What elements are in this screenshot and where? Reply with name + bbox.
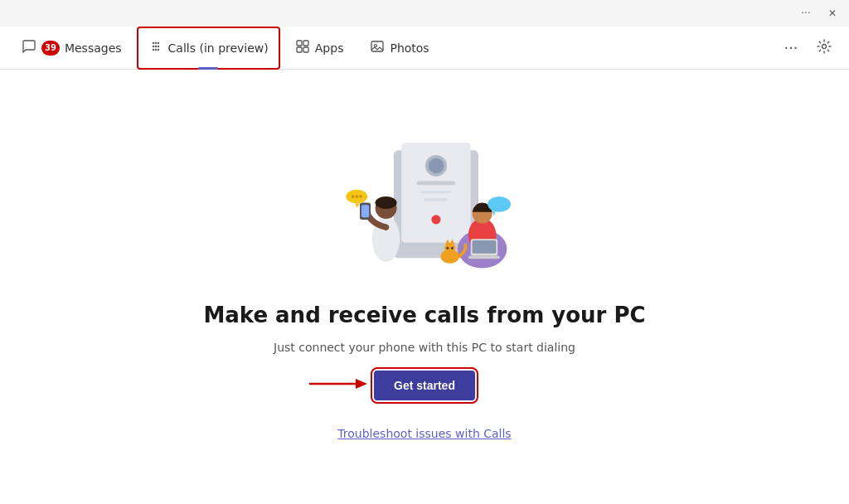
arrow-indicator (308, 374, 367, 397)
close-btn[interactable]: ✕ (822, 3, 842, 23)
messages-icon (22, 39, 36, 57)
svg-point-7 (154, 48, 156, 50)
svg-rect-9 (297, 41, 302, 46)
close-icon: ✕ (828, 7, 837, 19)
get-started-button[interactable]: Get started (374, 371, 475, 400)
nav-more-btn[interactable]: ··· (776, 33, 806, 63)
messages-badge: 39 (41, 41, 60, 56)
tab-calls[interactable]: Calls (in preview) (137, 27, 280, 70)
svg-point-2 (157, 41, 158, 43)
messages-label: Messages (65, 41, 122, 55)
tab-messages[interactable]: 39 Messages (10, 27, 133, 70)
svg-point-23 (431, 215, 440, 224)
calls-illustration (317, 133, 532, 283)
calls-label: Calls (in preview) (168, 41, 269, 55)
more-options-icon: ··· (801, 7, 810, 19)
cta-area: Get started (374, 371, 475, 400)
svg-rect-38 (473, 240, 497, 254)
svg-point-40 (488, 196, 511, 212)
apps-icon (295, 39, 310, 57)
troubleshoot-link[interactable]: Troubleshoot issues with Calls (337, 427, 511, 440)
tab-apps[interactable]: Apps (284, 27, 356, 70)
svg-point-32 (359, 195, 362, 198)
more-options-btn[interactable]: ··· (796, 3, 816, 23)
main-subtext: Just connect your phone with this PC to … (274, 341, 575, 354)
svg-point-0 (152, 41, 153, 43)
svg-point-4 (154, 45, 156, 46)
svg-point-3 (152, 45, 153, 46)
svg-point-14 (375, 44, 377, 46)
svg-marker-33 (355, 203, 360, 208)
navbar: 39 Messages Calls (in preview) (0, 27, 849, 70)
nav-more-icon: ··· (784, 39, 798, 56)
svg-rect-21 (420, 191, 451, 194)
svg-point-43 (444, 243, 455, 254)
svg-rect-20 (417, 182, 455, 186)
svg-point-46 (446, 247, 449, 250)
apps-label: Apps (315, 41, 344, 55)
svg-rect-22 (424, 198, 448, 201)
svg-rect-12 (303, 47, 308, 52)
nav-settings-btn[interactable] (809, 33, 839, 63)
svg-point-19 (429, 158, 444, 174)
photos-icon (370, 39, 385, 57)
svg-point-30 (352, 195, 355, 198)
svg-rect-28 (361, 205, 369, 217)
svg-point-47 (451, 247, 454, 250)
svg-point-31 (355, 195, 358, 198)
svg-rect-11 (297, 47, 302, 52)
svg-rect-10 (303, 41, 308, 46)
svg-point-1 (154, 41, 156, 43)
svg-marker-49 (356, 379, 367, 389)
svg-point-8 (157, 48, 158, 50)
settings-icon (816, 38, 832, 58)
svg-point-15 (822, 44, 827, 48)
titlebar: ··· ✕ (0, 0, 849, 27)
photos-label: Photos (390, 41, 429, 55)
svg-point-5 (157, 45, 158, 46)
main-content: Make and receive calls from your PC Just… (0, 70, 849, 504)
svg-point-6 (152, 48, 153, 50)
calls-icon (148, 39, 163, 57)
svg-point-26 (376, 196, 397, 209)
main-heading: Make and receive calls from your PC (203, 303, 645, 327)
tab-photos[interactable]: Photos (358, 27, 440, 70)
svg-rect-39 (468, 256, 500, 259)
